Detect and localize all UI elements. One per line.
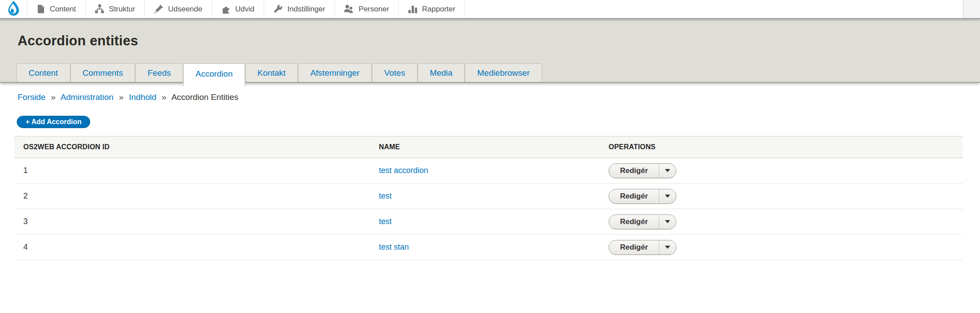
accordion-id-cell: 4 [14,235,370,260]
bar-chart-icon [408,4,417,14]
dropdown-toggle-button[interactable] [659,164,676,178]
breadcrumb: Forside » Administration » Indhold » Acc… [18,92,980,102]
tab-feeds[interactable]: Feeds [135,63,183,82]
toolbar-item-label: Struktur [109,5,136,14]
toolbar-item-label: Udvid [235,5,254,14]
admin-toolbar: Content Struktur Udseende Udvid Indstill… [0,0,980,19]
tab-kontakt[interactable]: Kontakt [245,63,298,82]
accordion-name-link[interactable]: test stan [379,243,409,251]
rediger-button[interactable]: Redigér [609,164,659,178]
accordion-name-link[interactable]: test [379,217,392,226]
toolbar-item-personer[interactable]: Personer [335,0,399,18]
table-row: 4 test stan Redigér [14,235,963,260]
toolbar-item-struktur[interactable]: Struktur [86,0,145,18]
accordion-id-cell: 1 [14,158,370,184]
operations-dropbutton: Redigér [609,189,676,204]
dropdown-toggle-button[interactable] [659,189,676,203]
toolbar-item-rapporter[interactable]: Rapporter [399,0,465,18]
caret-down-icon [665,246,670,249]
column-header-name: NAME [370,136,599,158]
breadcrumb-separator: » [51,92,56,102]
accordion-name-link[interactable]: test accordion [379,166,428,175]
rediger-button[interactable]: Redigér [609,240,659,254]
tab-comments[interactable]: Comments [70,63,136,82]
tab-mediebrowser[interactable]: Mediebrowser [465,63,542,82]
breadcrumb-current: Accordion Entities [171,92,238,102]
accordion-id-cell: 2 [14,184,370,209]
dropdown-toggle-button[interactable] [659,240,676,254]
breadcrumb-separator: » [119,92,124,102]
add-accordion-button[interactable]: + Add Accordion [17,116,90,128]
page-header-band: Accordion entities Content Comments Feed… [0,19,980,83]
toolbar-item-udvid[interactable]: Udvid [212,0,264,18]
puzzle-icon [221,4,231,14]
toolbar-item-label: Udseende [168,5,202,14]
caret-down-icon [665,169,670,172]
dropdown-toggle-button[interactable] [659,215,676,229]
breadcrumb-link-forside[interactable]: Forside [18,92,45,102]
column-header-id: OS2WEB ACCORDION ID [14,136,370,158]
toolbar-menu: Content Struktur Udseende Udvid Indstill… [27,0,465,18]
breadcrumb-link-administration[interactable]: Administration [60,92,113,102]
toolbar-item-label: Indstillinger [287,5,325,14]
toolbar-item-indstillinger[interactable]: Indstillinger [264,0,335,18]
toolbar-item-content[interactable]: Content [27,0,86,18]
toolbar-item-udseende[interactable]: Udseende [145,0,212,18]
drupal-home-button[interactable] [0,0,27,18]
rediger-button[interactable]: Redigér [609,189,659,203]
sitemap-icon [95,4,104,14]
operations-dropbutton: Redigér [609,163,676,178]
column-header-operations: OPERATIONS [599,136,963,158]
accordion-name-link[interactable]: test [379,191,392,200]
tab-votes[interactable]: Votes [372,63,418,82]
toolbar-item-label: Content [50,5,76,14]
caret-down-icon [665,220,670,223]
tab-bar: Content Comments Feeds Accordion Kontakt… [16,63,542,82]
toolbar-item-label: Rapporter [422,5,455,14]
breadcrumb-separator: » [162,92,167,102]
operations-dropbutton: Redigér [609,240,676,255]
table-row: 1 test accordion Redigér [14,158,963,184]
caret-down-icon [665,195,670,198]
tab-media[interactable]: Media [418,63,465,82]
page-title: Accordion entities [0,19,980,49]
table-row: 3 test Redigér [14,209,963,235]
accordion-entities-table: OS2WEB ACCORDION ID NAME OPERATIONS 1 te… [14,136,963,260]
wrench-icon [273,4,283,14]
breadcrumb-link-indhold[interactable]: Indhold [129,92,156,102]
scrollbar-track[interactable] [963,0,980,18]
main-content: Forside » Administration » Indhold » Acc… [0,92,980,260]
table-header-row: OS2WEB ACCORDION ID NAME OPERATIONS [14,136,963,158]
users-icon [344,4,354,14]
rediger-button[interactable]: Redigér [609,215,659,229]
drupal-logo-icon [6,0,22,18]
operations-dropbutton: Redigér [609,214,676,229]
tab-accordion[interactable]: Accordion [183,63,245,86]
table-row: 2 test Redigér [14,184,963,209]
file-icon [37,4,45,14]
accordion-id-cell: 3 [14,209,370,235]
toolbar-item-label: Personer [359,5,389,14]
tab-afstemninger[interactable]: Afstemninger [298,63,372,82]
paintbrush-icon [154,4,163,14]
tab-content[interactable]: Content [16,63,70,82]
